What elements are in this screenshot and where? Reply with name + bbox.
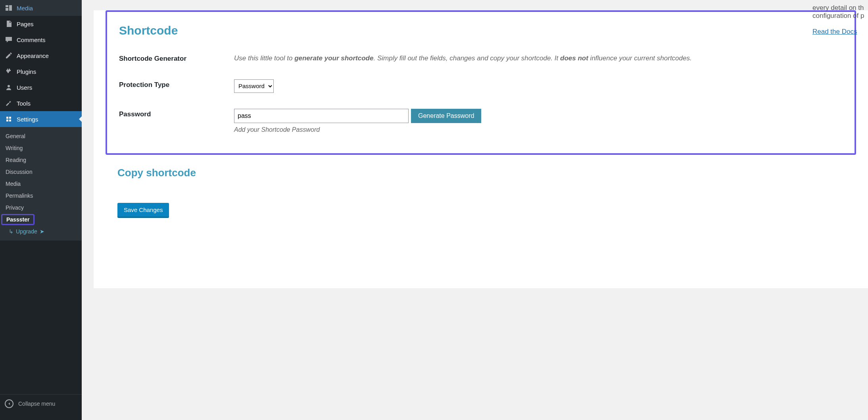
submenu-permalinks[interactable]: Permalinks [0, 190, 82, 202]
upgrade-indent-icon: ↳ [9, 228, 13, 235]
sidebar-item-media[interactable]: Media [0, 0, 82, 16]
submenu-general[interactable]: General [0, 130, 82, 142]
sidebar-item-label: Comments [17, 37, 46, 43]
protection-type-select[interactable]: Password [234, 79, 274, 93]
password-input[interactable] [234, 109, 409, 123]
sidebar-item-settings[interactable]: Settings [0, 111, 82, 127]
sidebar-item-label: Pages [17, 21, 34, 27]
sidebar-item-tools[interactable]: Tools [0, 95, 82, 111]
copy-shortcode-link[interactable]: Copy shortcode [117, 167, 196, 179]
sidebar-item-pages[interactable]: Pages [0, 16, 82, 32]
sidebar-item-label: Plugins [17, 68, 36, 75]
submenu-item-label: Upgrade [16, 228, 37, 235]
row-password: Password Generate Password Add your Shor… [119, 109, 843, 133]
password-helper: Add your Shortcode Password [234, 126, 843, 133]
collapse-menu[interactable]: Collapse menu [0, 394, 82, 420]
submenu-media[interactable]: Media [0, 178, 82, 190]
pages-icon [5, 20, 13, 28]
sidebar-item-users[interactable]: Users [0, 79, 82, 95]
send-icon: ➤ [40, 228, 44, 235]
label-protection-type: Protection Type [119, 79, 234, 89]
settings-icon [5, 115, 13, 123]
media-icon [5, 4, 13, 12]
submenu-discussion[interactable]: Discussion [0, 166, 82, 178]
row-protection-type: Protection Type Password [119, 79, 843, 93]
generator-description: Use this little tool to generate your sh… [234, 53, 843, 64]
users-icon [5, 83, 13, 91]
read-docs-link[interactable]: Read the Docs [812, 28, 857, 35]
sidebar-item-label: Appearance [17, 52, 49, 59]
docs-line: configuration of p [812, 12, 868, 20]
tools-icon [5, 99, 13, 107]
box-title: Shortcode [119, 24, 843, 37]
submenu-privacy[interactable]: Privacy [0, 202, 82, 214]
sidebar-item-appearance[interactable]: Appearance [0, 48, 82, 64]
plugins-icon [5, 67, 13, 75]
row-shortcode-generator: Shortcode Generator Use this little tool… [119, 53, 843, 64]
docs-sidebar-fragment: every detail on th configuration of p Re… [812, 4, 868, 36]
label-password: Password [119, 109, 234, 118]
comments-icon [5, 36, 13, 44]
submenu-upgrade[interactable]: ↳ Upgrade ➤ [0, 225, 82, 237]
submenu-writing[interactable]: Writing [0, 142, 82, 154]
main-content: every detail on th configuration of p Re… [82, 0, 868, 420]
shortcode-settings-box: Shortcode Shortcode Generator Use this l… [106, 10, 856, 155]
admin-sidebar: Media Pages Comments Appearance Plugins [0, 0, 82, 420]
submenu-passster[interactable]: Passster [1, 214, 35, 225]
collapse-icon [5, 399, 13, 408]
appearance-icon [5, 52, 13, 60]
label-generator: Shortcode Generator [119, 53, 234, 63]
sidebar-item-label: Users [17, 84, 32, 91]
sidebar-item-comments[interactable]: Comments [0, 32, 82, 48]
save-changes-button[interactable]: Save Changes [117, 203, 169, 218]
generate-password-button[interactable]: Generate Password [411, 109, 481, 123]
collapse-label: Collapse menu [18, 401, 55, 407]
sidebar-item-plugins[interactable]: Plugins [0, 64, 82, 79]
sidebar-item-label: Tools [17, 100, 31, 107]
sidebar-item-label: Media [17, 5, 33, 12]
submenu-reading[interactable]: Reading [0, 154, 82, 166]
settings-submenu: General Writing Reading Discussion Media… [0, 127, 82, 241]
sidebar-item-label: Settings [17, 116, 38, 123]
docs-line: every detail on th [812, 4, 868, 12]
